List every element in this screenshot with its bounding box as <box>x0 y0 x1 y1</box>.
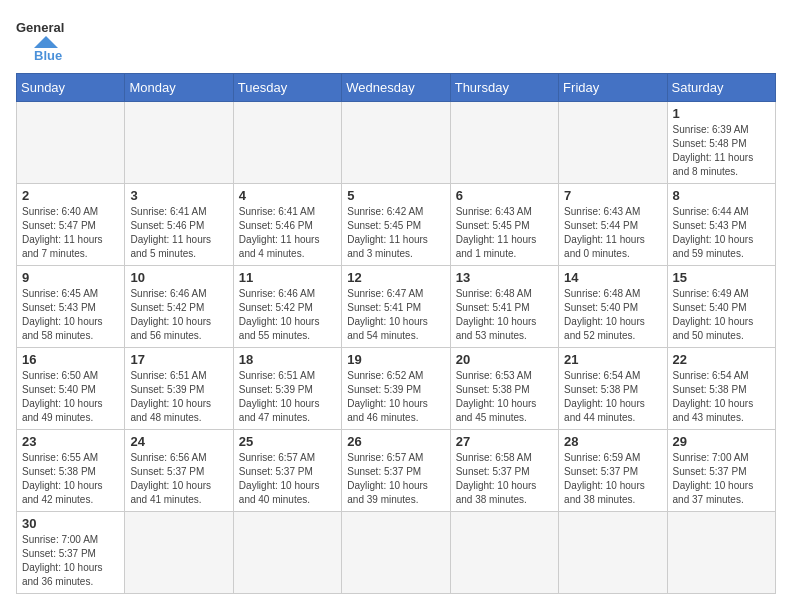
cell-sun-info: Sunrise: 6:46 AM Sunset: 5:42 PM Dayligh… <box>130 287 227 343</box>
table-cell: 17Sunrise: 6:51 AM Sunset: 5:39 PM Dayli… <box>125 348 233 430</box>
header-tuesday: Tuesday <box>233 74 341 102</box>
day-number: 27 <box>456 434 553 449</box>
cell-sun-info: Sunrise: 6:47 AM Sunset: 5:41 PM Dayligh… <box>347 287 444 343</box>
logo: General Blue <box>16 16 86 61</box>
cell-sun-info: Sunrise: 6:56 AM Sunset: 5:37 PM Dayligh… <box>130 451 227 507</box>
cell-sun-info: Sunrise: 6:57 AM Sunset: 5:37 PM Dayligh… <box>347 451 444 507</box>
table-cell: 11Sunrise: 6:46 AM Sunset: 5:42 PM Dayli… <box>233 266 341 348</box>
day-number: 15 <box>673 270 770 285</box>
header-saturday: Saturday <box>667 74 775 102</box>
table-cell: 21Sunrise: 6:54 AM Sunset: 5:38 PM Dayli… <box>559 348 667 430</box>
cell-sun-info: Sunrise: 7:00 AM Sunset: 5:37 PM Dayligh… <box>673 451 770 507</box>
table-cell: 30Sunrise: 7:00 AM Sunset: 5:37 PM Dayli… <box>17 512 125 594</box>
table-cell: 14Sunrise: 6:48 AM Sunset: 5:40 PM Dayli… <box>559 266 667 348</box>
header-sunday: Sunday <box>17 74 125 102</box>
table-cell: 13Sunrise: 6:48 AM Sunset: 5:41 PM Dayli… <box>450 266 558 348</box>
table-cell: 28Sunrise: 6:59 AM Sunset: 5:37 PM Dayli… <box>559 430 667 512</box>
calendar-week-4: 16Sunrise: 6:50 AM Sunset: 5:40 PM Dayli… <box>17 348 776 430</box>
day-number: 20 <box>456 352 553 367</box>
cell-sun-info: Sunrise: 6:50 AM Sunset: 5:40 PM Dayligh… <box>22 369 119 425</box>
cell-sun-info: Sunrise: 6:39 AM Sunset: 5:48 PM Dayligh… <box>673 123 770 179</box>
table-cell <box>342 102 450 184</box>
header-wednesday: Wednesday <box>342 74 450 102</box>
table-cell <box>450 102 558 184</box>
cell-sun-info: Sunrise: 6:48 AM Sunset: 5:40 PM Dayligh… <box>564 287 661 343</box>
day-number: 16 <box>22 352 119 367</box>
table-cell <box>17 102 125 184</box>
table-cell: 15Sunrise: 6:49 AM Sunset: 5:40 PM Dayli… <box>667 266 775 348</box>
table-cell: 22Sunrise: 6:54 AM Sunset: 5:38 PM Dayli… <box>667 348 775 430</box>
day-number: 30 <box>22 516 119 531</box>
svg-marker-1 <box>34 36 58 48</box>
svg-text:Blue: Blue <box>34 48 62 61</box>
table-cell: 24Sunrise: 6:56 AM Sunset: 5:37 PM Dayli… <box>125 430 233 512</box>
table-cell <box>667 512 775 594</box>
table-cell: 23Sunrise: 6:55 AM Sunset: 5:38 PM Dayli… <box>17 430 125 512</box>
calendar-week-2: 2Sunrise: 6:40 AM Sunset: 5:47 PM Daylig… <box>17 184 776 266</box>
calendar-header-row: Sunday Monday Tuesday Wednesday Thursday… <box>17 74 776 102</box>
day-number: 13 <box>456 270 553 285</box>
cell-sun-info: Sunrise: 7:00 AM Sunset: 5:37 PM Dayligh… <box>22 533 119 589</box>
cell-sun-info: Sunrise: 6:40 AM Sunset: 5:47 PM Dayligh… <box>22 205 119 261</box>
day-number: 17 <box>130 352 227 367</box>
calendar-week-6: 30Sunrise: 7:00 AM Sunset: 5:37 PM Dayli… <box>17 512 776 594</box>
cell-sun-info: Sunrise: 6:43 AM Sunset: 5:44 PM Dayligh… <box>564 205 661 261</box>
cell-sun-info: Sunrise: 6:46 AM Sunset: 5:42 PM Dayligh… <box>239 287 336 343</box>
table-cell <box>559 102 667 184</box>
cell-sun-info: Sunrise: 6:45 AM Sunset: 5:43 PM Dayligh… <box>22 287 119 343</box>
header-friday: Friday <box>559 74 667 102</box>
table-cell: 10Sunrise: 6:46 AM Sunset: 5:42 PM Dayli… <box>125 266 233 348</box>
day-number: 14 <box>564 270 661 285</box>
day-number: 18 <box>239 352 336 367</box>
table-cell: 26Sunrise: 6:57 AM Sunset: 5:37 PM Dayli… <box>342 430 450 512</box>
logo-svg: General Blue <box>16 16 86 61</box>
day-number: 28 <box>564 434 661 449</box>
table-cell: 29Sunrise: 7:00 AM Sunset: 5:37 PM Dayli… <box>667 430 775 512</box>
table-cell: 7Sunrise: 6:43 AM Sunset: 5:44 PM Daylig… <box>559 184 667 266</box>
cell-sun-info: Sunrise: 6:54 AM Sunset: 5:38 PM Dayligh… <box>564 369 661 425</box>
cell-sun-info: Sunrise: 6:55 AM Sunset: 5:38 PM Dayligh… <box>22 451 119 507</box>
table-cell <box>450 512 558 594</box>
table-cell: 19Sunrise: 6:52 AM Sunset: 5:39 PM Dayli… <box>342 348 450 430</box>
day-number: 6 <box>456 188 553 203</box>
table-cell: 8Sunrise: 6:44 AM Sunset: 5:43 PM Daylig… <box>667 184 775 266</box>
cell-sun-info: Sunrise: 6:59 AM Sunset: 5:37 PM Dayligh… <box>564 451 661 507</box>
table-cell: 5Sunrise: 6:42 AM Sunset: 5:45 PM Daylig… <box>342 184 450 266</box>
cell-sun-info: Sunrise: 6:51 AM Sunset: 5:39 PM Dayligh… <box>130 369 227 425</box>
table-cell <box>233 512 341 594</box>
table-cell: 2Sunrise: 6:40 AM Sunset: 5:47 PM Daylig… <box>17 184 125 266</box>
table-cell: 3Sunrise: 6:41 AM Sunset: 5:46 PM Daylig… <box>125 184 233 266</box>
table-cell <box>342 512 450 594</box>
header-monday: Monday <box>125 74 233 102</box>
cell-sun-info: Sunrise: 6:41 AM Sunset: 5:46 PM Dayligh… <box>239 205 336 261</box>
day-number: 10 <box>130 270 227 285</box>
day-number: 2 <box>22 188 119 203</box>
calendar-week-5: 23Sunrise: 6:55 AM Sunset: 5:38 PM Dayli… <box>17 430 776 512</box>
table-cell <box>125 512 233 594</box>
cell-sun-info: Sunrise: 6:52 AM Sunset: 5:39 PM Dayligh… <box>347 369 444 425</box>
table-cell <box>233 102 341 184</box>
svg-text:General: General <box>16 20 64 35</box>
cell-sun-info: Sunrise: 6:57 AM Sunset: 5:37 PM Dayligh… <box>239 451 336 507</box>
table-cell: 18Sunrise: 6:51 AM Sunset: 5:39 PM Dayli… <box>233 348 341 430</box>
cell-sun-info: Sunrise: 6:41 AM Sunset: 5:46 PM Dayligh… <box>130 205 227 261</box>
day-number: 5 <box>347 188 444 203</box>
day-number: 19 <box>347 352 444 367</box>
table-cell: 16Sunrise: 6:50 AM Sunset: 5:40 PM Dayli… <box>17 348 125 430</box>
cell-sun-info: Sunrise: 6:51 AM Sunset: 5:39 PM Dayligh… <box>239 369 336 425</box>
table-cell: 12Sunrise: 6:47 AM Sunset: 5:41 PM Dayli… <box>342 266 450 348</box>
table-cell: 20Sunrise: 6:53 AM Sunset: 5:38 PM Dayli… <box>450 348 558 430</box>
cell-sun-info: Sunrise: 6:58 AM Sunset: 5:37 PM Dayligh… <box>456 451 553 507</box>
day-number: 25 <box>239 434 336 449</box>
table-cell: 27Sunrise: 6:58 AM Sunset: 5:37 PM Dayli… <box>450 430 558 512</box>
cell-sun-info: Sunrise: 6:54 AM Sunset: 5:38 PM Dayligh… <box>673 369 770 425</box>
cell-sun-info: Sunrise: 6:53 AM Sunset: 5:38 PM Dayligh… <box>456 369 553 425</box>
day-number: 4 <box>239 188 336 203</box>
day-number: 22 <box>673 352 770 367</box>
day-number: 8 <box>673 188 770 203</box>
day-number: 1 <box>673 106 770 121</box>
cell-sun-info: Sunrise: 6:49 AM Sunset: 5:40 PM Dayligh… <box>673 287 770 343</box>
table-cell: 9Sunrise: 6:45 AM Sunset: 5:43 PM Daylig… <box>17 266 125 348</box>
calendar-week-3: 9Sunrise: 6:45 AM Sunset: 5:43 PM Daylig… <box>17 266 776 348</box>
day-number: 11 <box>239 270 336 285</box>
